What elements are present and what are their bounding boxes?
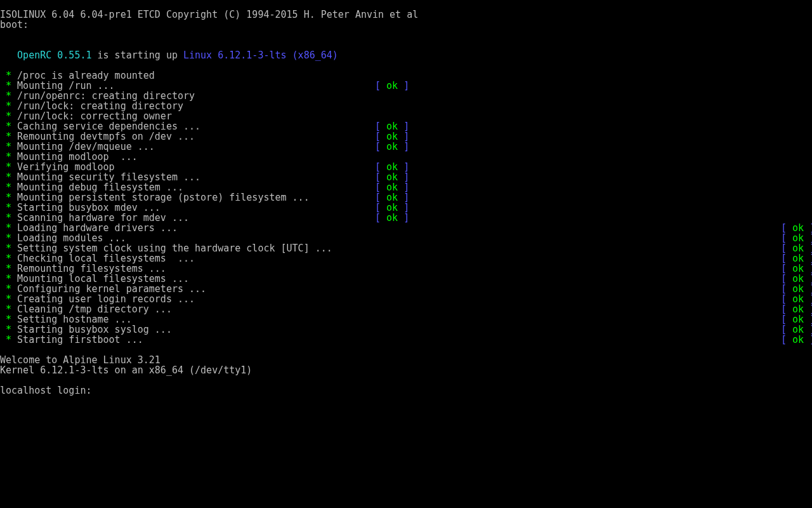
login-prompt-line: localhost login: — [0, 385, 812, 396]
boot-line: * Scanning hardware for mdev ...[ ok ] — [0, 213, 812, 223]
status-ok: [ ok ] — [375, 131, 409, 142]
status-ok: [ ok ] — [781, 223, 812, 233]
boot-line: * /proc is already mounted — [0, 70, 812, 81]
status-ok: [ ok ] — [375, 81, 409, 91]
boot-console: ISOLINUX 6.04 6.04-pre1 ETCD Copyright (… — [0, 0, 812, 508]
blank-line — [0, 375, 812, 385]
boot-line: * Starting busybox mdev ...[ ok ] — [0, 203, 812, 213]
status-ok: [ ok ] — [781, 274, 812, 284]
openrc-kernel: Linux 6.12.1-3-lts (x86_64) — [183, 50, 338, 61]
boot-line: * Setting hostname ...[ ok ] — [0, 314, 812, 324]
boot-line: * /run/lock: creating directory — [0, 101, 812, 111]
star-icon: * — [6, 334, 11, 345]
status-ok: [ ok ] — [375, 162, 409, 172]
isolinux-line: ISOLINUX 6.04 6.04-pre1 ETCD Copyright (… — [0, 10, 812, 20]
boot-prompt[interactable]: boot: — [0, 19, 34, 30]
boot-line: * Mounting /run ...[ ok ] — [0, 81, 812, 91]
boot-lines: * /proc is already mounted * Mounting /r… — [0, 70, 812, 345]
boot-line: * Caching service dependencies ...[ ok ] — [0, 121, 812, 131]
boot-line: * Verifying modloop[ ok ] — [0, 162, 812, 172]
boot-line: * Mounting persistent storage (pstore) f… — [0, 192, 812, 203]
status-ok: [ ok ] — [375, 142, 409, 152]
status-ok: [ ok ] — [781, 243, 812, 253]
status-ok: [ ok ] — [781, 324, 812, 335]
boot-message: Starting firstboot ... — [17, 334, 143, 345]
boot-line: * Mounting modloop ... — [0, 152, 812, 162]
status-ok: [ ok ] — [781, 253, 812, 264]
boot-line: * Loading hardware drivers ...[ ok ] — [0, 223, 812, 233]
status-ok: [ ok ] — [375, 192, 409, 203]
status-ok: [ ok ] — [781, 304, 812, 314]
isolinux-text: ISOLINUX 6.04 6.04-pre1 ETCD Copyright (… — [0, 9, 418, 20]
boot-line: * Checking local filesystems ...[ ok ] — [0, 253, 812, 264]
blank-line — [0, 30, 812, 40]
status-ok: [ ok ] — [375, 213, 409, 223]
boot-line: * /run/lock: correcting owner — [0, 111, 812, 121]
kernel-line: Kernel 6.12.1-3-lts on an x86_64 (/dev/t… — [0, 365, 812, 375]
blank-line — [0, 345, 812, 355]
boot-line: * Starting busybox syslog ...[ ok ] — [0, 324, 812, 335]
boot-line: * Creating user login records ...[ ok ] — [0, 294, 812, 304]
openrc-line: OpenRC 0.55.1 is starting up Linux 6.12.… — [0, 50, 812, 60]
status-ok: [ ok ] — [781, 294, 812, 304]
boot-line: * Mounting debug filesystem ...[ ok ] — [0, 182, 812, 192]
boot-line: * Configuring kernel parameters ...[ ok … — [0, 284, 812, 294]
openrc-name: OpenRC — [17, 50, 51, 61]
openrc-version: 0.55.1 — [57, 50, 91, 61]
boot-line: * Mounting /dev/mqueue ...[ ok ] — [0, 142, 812, 152]
status-ok: [ ok ] — [781, 314, 812, 324]
status-ok: [ ok ] — [375, 182, 409, 192]
login-prompt[interactable]: localhost login: — [0, 385, 98, 396]
boot-line: * /run/openrc: creating directory — [0, 91, 812, 101]
status-ok: [ ok ] — [781, 233, 812, 243]
status-ok: [ ok ] — [375, 203, 409, 213]
status-ok: [ ok ] — [781, 264, 812, 274]
status-ok: [ ok ] — [375, 121, 409, 131]
kernel-text: Kernel 6.12.1-3-lts on an x86_64 (/dev/t… — [0, 364, 252, 376]
boot-line: * Remounting devtmpfs on /dev ...[ ok ] — [0, 131, 812, 142]
boot-line: * Mounting local filesystems ...[ ok ] — [0, 274, 812, 284]
openrc-middle: is starting up — [92, 50, 184, 61]
boot-line: * Cleaning /tmp directory ...[ ok ] — [0, 304, 812, 314]
boot-line: * Setting system clock using the hardwar… — [0, 243, 812, 253]
welcome-line: Welcome to Alpine Linux 3.21 — [0, 355, 812, 365]
boot-line: * Mounting security filesystem ...[ ok ] — [0, 172, 812, 182]
boot-line: * Loading modules ...[ ok ] — [0, 233, 812, 243]
boot-line: * Remounting filesystems ...[ ok ] — [0, 264, 812, 274]
status-ok: [ ok ] — [781, 335, 812, 345]
blank-line — [0, 60, 812, 70]
status-ok: [ ok ] — [781, 284, 812, 294]
blank-line — [0, 40, 812, 50]
boot-prompt-line: boot: — [0, 20, 812, 30]
boot-line: * Starting firstboot ...[ ok ] — [0, 335, 812, 345]
status-ok: [ ok ] — [375, 172, 409, 182]
